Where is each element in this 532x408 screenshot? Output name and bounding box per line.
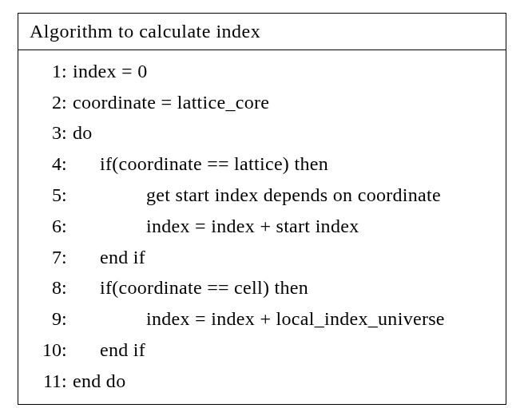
line-code: end if — [73, 246, 145, 269]
line-colon: : — [62, 215, 73, 238]
line-code: if(coordinate == cell) then — [73, 276, 308, 299]
line-code: if(coordinate == lattice) then — [73, 153, 328, 176]
line-colon: : — [62, 121, 73, 145]
line-number: 11 — [25, 370, 62, 393]
line-code: index = index + start index — [73, 215, 359, 238]
algorithm-title: Algorithm to calculate index — [18, 14, 506, 50]
line-code: do — [73, 121, 93, 145]
line-number: 3 — [25, 121, 62, 145]
line-colon: : — [62, 184, 73, 207]
algorithm-body: 1: index = 0 2: coordinate = lattice_cor… — [18, 50, 506, 404]
algorithm-line: 6: index = index + start index — [25, 210, 499, 241]
line-code: coordinate = lattice_core — [73, 91, 269, 114]
line-number: 1 — [25, 60, 62, 83]
line-colon: : — [62, 370, 73, 393]
algorithm-line: 10: end if — [25, 334, 499, 365]
line-code: end do — [73, 370, 125, 393]
algorithm-line: 1: index = 0 — [25, 55, 499, 86]
line-code: index = index + local_index_universe — [73, 307, 445, 331]
algorithm-line: 9: index = index + local_index_universe — [25, 303, 499, 334]
line-number: 4 — [25, 153, 62, 176]
algorithm-line: 7: end if — [25, 241, 499, 272]
line-number: 2 — [25, 91, 62, 114]
line-code: end if — [73, 339, 145, 362]
algorithm-line: 8: if(coordinate == cell) then — [25, 271, 499, 303]
line-number: 6 — [25, 215, 62, 238]
line-code: get start index depends on coordinate — [73, 184, 441, 207]
line-colon: : — [62, 339, 73, 362]
line-number: 5 — [25, 184, 62, 207]
algorithm-line: 4: if(coordinate == lattice) then — [25, 148, 499, 179]
algorithm-line: 11: end do — [25, 365, 499, 396]
line-code: index = 0 — [73, 60, 148, 83]
algorithm-box: Algorithm to calculate index 1: index = … — [18, 13, 506, 405]
line-number: 8 — [25, 276, 62, 299]
algorithm-line: 5: get start index depends on coordinate — [25, 179, 499, 210]
line-number: 7 — [25, 246, 62, 269]
line-number: 9 — [25, 307, 62, 331]
line-colon: : — [62, 276, 73, 299]
line-colon: : — [62, 153, 73, 176]
line-colon: : — [62, 91, 73, 114]
algorithm-line: 2: coordinate = lattice_core — [25, 86, 499, 117]
line-colon: : — [62, 246, 73, 269]
line-number: 10 — [25, 339, 62, 362]
line-colon: : — [62, 60, 73, 83]
algorithm-line: 3: do — [25, 117, 499, 148]
line-colon: : — [62, 307, 73, 331]
